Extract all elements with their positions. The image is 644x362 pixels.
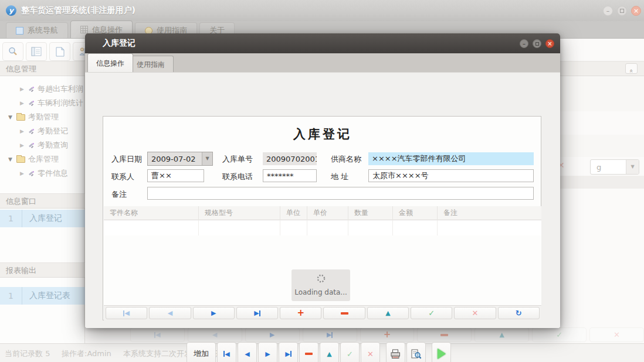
background-grid-toolbar: ◀ ◀ ▶ ▶ + ▲ ✓ ✕ xyxy=(130,327,644,342)
tree-folder-attendance[interactable]: ▼ 考勤管理 xyxy=(0,110,85,124)
first-record-button[interactable]: ◀ xyxy=(130,327,185,342)
last-record-button[interactable]: ▶ xyxy=(279,342,298,362)
form-heading: 入库登记 xyxy=(103,126,542,142)
cancel-button[interactable]: ✕ xyxy=(589,327,644,342)
print-preview-button[interactable] xyxy=(406,342,426,362)
printer-icon xyxy=(390,349,401,359)
contact-person-input[interactable]: 曹×× xyxy=(147,169,204,182)
delete-record-button[interactable] xyxy=(417,327,472,342)
document-button[interactable] xyxy=(49,42,70,61)
contact-phone-input[interactable]: ******* xyxy=(263,169,317,182)
prev-icon: ◀ xyxy=(212,332,217,338)
first-icon: ◀ xyxy=(124,310,129,316)
remark-input[interactable] xyxy=(147,187,534,200)
report-output-item[interactable]: 1 入库登记表 xyxy=(0,287,85,305)
tool-icon xyxy=(28,142,35,149)
grid-next-button[interactable]: ▶ xyxy=(193,307,235,319)
tree-item-label: 车辆利润统计 xyxy=(38,98,83,108)
minimize-icon: – xyxy=(523,40,526,47)
close-icon: × xyxy=(547,40,552,47)
grid-last-button[interactable]: ▶ xyxy=(236,307,278,319)
dialog-tab-info-ops[interactable]: 信息操作 xyxy=(87,53,133,72)
column-header: 零件名称 xyxy=(104,206,199,220)
edit-record-button[interactable]: ▲ xyxy=(320,342,339,362)
minus-icon xyxy=(305,353,313,355)
dialog-close-button[interactable]: × xyxy=(545,39,554,48)
next-record-button[interactable]: ▶ xyxy=(245,327,300,342)
date-dropdown[interactable]: 2009-07-02 ▼ xyxy=(147,152,213,166)
tree-item-trip-profit[interactable]: ▶ 每趟出车利润 xyxy=(0,82,85,96)
address-label: 地 址 xyxy=(331,172,348,182)
grid-icon xyxy=(80,26,88,33)
maximize-button[interactable] xyxy=(617,6,627,16)
tree-item-vehicle-profit[interactable]: ▶ 车辆利润统计 xyxy=(0,96,85,110)
dialog-minimize-button[interactable]: – xyxy=(520,39,528,48)
dialog-tab-user-guide[interactable]: 使用指南 xyxy=(128,56,174,72)
grid-prev-button[interactable]: ◀ xyxy=(149,307,191,319)
prev-record-button[interactable]: ◀ xyxy=(188,327,242,342)
prev-icon: ◀ xyxy=(245,351,249,357)
prev-record-button[interactable]: ◀ xyxy=(238,342,257,362)
row-index: 1 xyxy=(0,210,22,227)
edit-record-button[interactable]: ▲ xyxy=(474,327,529,342)
main-titlebar: y 整车货运管理系统(非注册用户) – × xyxy=(0,0,644,21)
grid-add-button[interactable]: + xyxy=(280,307,321,319)
tab-label: 系统导航 xyxy=(28,25,58,36)
grid-cancel-button[interactable]: ✕ xyxy=(454,307,496,319)
supplier-name-input[interactable]: ××××汽车零部件有限公司 xyxy=(368,152,534,165)
delete-record-button[interactable] xyxy=(299,342,318,362)
add-button[interactable]: 增加 xyxy=(187,342,216,362)
next-record-button[interactable]: ▶ xyxy=(258,342,277,362)
workspace-band xyxy=(560,135,644,157)
tree-item-attendance-query[interactable]: ▶ 考勤查询 xyxy=(0,138,85,152)
search-button[interactable] xyxy=(2,42,23,61)
entry-form-panel: 入库登记 入库日期 2009-07-02 ▼ 入库单号 20090702001 … xyxy=(103,116,541,320)
loading-text: Loading data... xyxy=(292,288,350,296)
grid-confirm-button[interactable]: ✓ xyxy=(411,307,452,319)
triangle-up-icon: ▲ xyxy=(500,331,504,339)
row-label: 入库登记 xyxy=(22,213,62,224)
window-title: 整车货运管理系统(非注册用户) xyxy=(21,5,135,16)
grid-edit-button[interactable]: ▲ xyxy=(367,307,409,319)
minus-icon xyxy=(341,312,348,315)
unit-dropdown[interactable]: g ▼ xyxy=(590,159,639,175)
tree-item-label: 每趟出车利润 xyxy=(38,84,83,94)
confirm-button[interactable]: ✓ xyxy=(532,327,587,342)
tool-icon xyxy=(28,100,35,107)
grid-first-button[interactable]: ◀ xyxy=(106,307,147,319)
column-header: 数量 xyxy=(348,206,393,220)
confirm-button[interactable]: ✓ xyxy=(340,342,360,362)
dialog-maximize-button[interactable] xyxy=(533,39,541,48)
last-record-button[interactable]: ▶ xyxy=(303,327,357,342)
info-window-item[interactable]: 1 入库登记 xyxy=(0,210,85,227)
list-view-button[interactable] xyxy=(26,42,47,61)
cross-icon: ✕ xyxy=(614,330,620,339)
add-record-button[interactable]: + xyxy=(360,327,415,342)
grid-delete-button[interactable] xyxy=(323,307,365,319)
close-button[interactable]: × xyxy=(631,6,641,16)
spinner-icon xyxy=(316,274,326,284)
first-icon: ◀ xyxy=(155,332,160,338)
print-button[interactable] xyxy=(386,342,405,362)
first-record-button[interactable]: ◀ xyxy=(217,342,236,362)
tree-folder-warehouse[interactable]: ▼ 仓库管理 xyxy=(0,152,85,166)
tree-item-attendance-register[interactable]: ▶ 考勤登记 xyxy=(0,124,85,138)
minimize-button[interactable]: – xyxy=(603,6,613,16)
grid-refresh-button[interactable]: ↻ xyxy=(498,307,540,319)
chevron-right-icon: ▶ xyxy=(20,142,26,148)
cancel-button[interactable]: ✕ xyxy=(361,342,380,362)
last-icon: ▶ xyxy=(327,332,331,338)
collapse-panel-button[interactable]: « xyxy=(625,63,638,74)
run-button[interactable] xyxy=(432,342,451,362)
chevron-down-icon: ▼ xyxy=(202,152,212,165)
triangle-up-icon: ▲ xyxy=(327,350,331,358)
column-header: 单位 xyxy=(280,206,307,220)
tree-item-parts-info[interactable]: ▶ 零件信息 xyxy=(0,166,85,180)
column-header: 备注 xyxy=(438,206,540,220)
tree-item-label: 零件信息 xyxy=(38,168,68,179)
address-input[interactable]: 太原市××××号 xyxy=(368,169,534,182)
last-icon xyxy=(259,310,260,316)
tab-system-nav[interactable]: 系统导航 xyxy=(6,22,68,38)
date-label: 入库日期 xyxy=(111,154,142,165)
dialog-titlebar[interactable]: 入库登记 – × xyxy=(85,33,560,53)
